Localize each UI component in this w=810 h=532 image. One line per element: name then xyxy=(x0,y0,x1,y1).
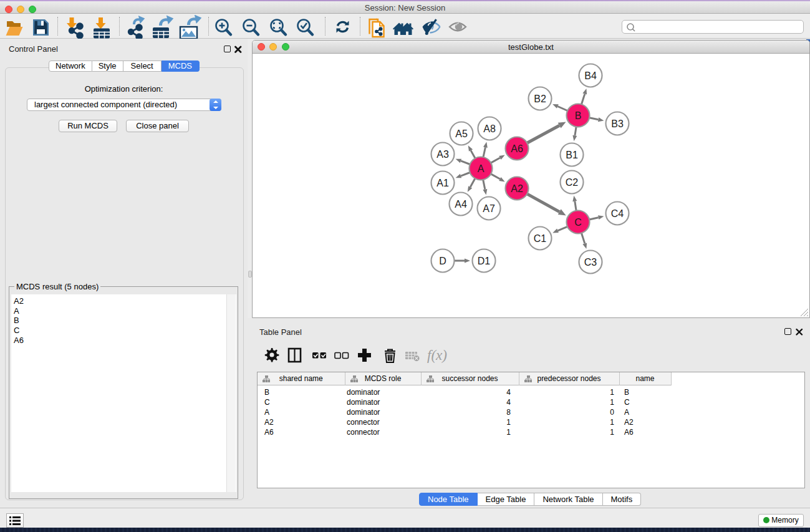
svg-text:A8: A8 xyxy=(483,123,496,134)
svg-text:A5: A5 xyxy=(455,128,468,139)
svg-text:f(x): f(x) xyxy=(427,347,447,363)
svg-text:A2: A2 xyxy=(511,183,523,194)
svg-text:C4: C4 xyxy=(611,208,624,219)
svg-text:B4: B4 xyxy=(584,70,597,81)
svg-text:D1: D1 xyxy=(478,256,491,266)
svg-text:A3: A3 xyxy=(436,149,449,160)
svg-text:C1: C1 xyxy=(534,233,547,244)
svg-text:C2: C2 xyxy=(566,177,579,188)
svg-text:A4: A4 xyxy=(455,199,467,210)
svg-text:A1: A1 xyxy=(436,178,449,188)
svg-text:B3: B3 xyxy=(611,118,624,129)
svg-text:A6: A6 xyxy=(511,143,523,154)
svg-text:B2: B2 xyxy=(534,94,546,104)
svg-text:A7: A7 xyxy=(483,203,495,214)
svg-text:C3: C3 xyxy=(584,257,597,268)
svg-text:A: A xyxy=(478,163,485,174)
svg-text:D: D xyxy=(439,256,446,266)
svg-text:B: B xyxy=(575,110,582,121)
svg-text:C: C xyxy=(574,217,582,228)
svg-text:B1: B1 xyxy=(566,150,578,160)
